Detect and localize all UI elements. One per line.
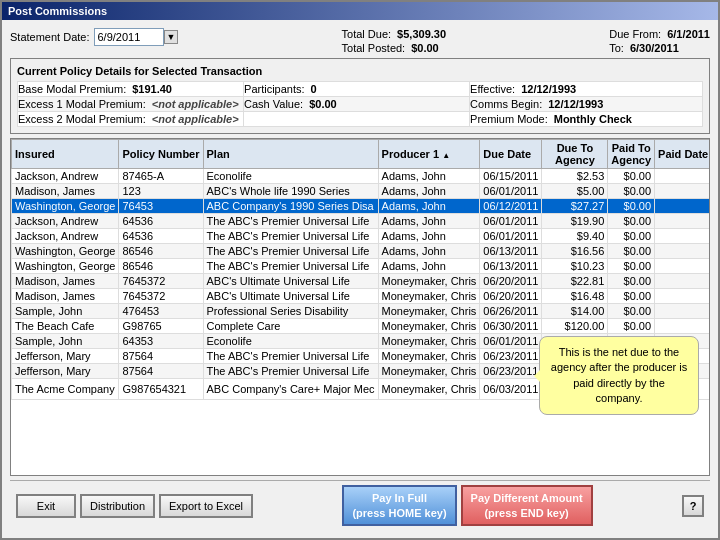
table-cell bbox=[655, 304, 710, 319]
table-row[interactable]: Washington, George86546The ABC's Premier… bbox=[12, 259, 711, 274]
due-from-label: Due From: bbox=[609, 28, 661, 40]
effective-label: Effective: bbox=[470, 83, 515, 95]
col-due-agency: Due ToAgency bbox=[542, 140, 608, 169]
table-cell: 7645372 bbox=[119, 274, 203, 289]
premium-mode-value: Monthly Check bbox=[554, 113, 632, 125]
table-cell: Washington, George bbox=[12, 244, 119, 259]
table-cell: 87564 bbox=[119, 349, 203, 364]
table-cell: Moneymaker, Chris bbox=[378, 274, 480, 289]
table-cell: $19.90 bbox=[542, 214, 608, 229]
table-cell: $2.53 bbox=[542, 169, 608, 184]
table-cell: Adams, John bbox=[378, 214, 480, 229]
table-cell: 06/13/2011 bbox=[480, 259, 542, 274]
base-modal-value: $191.40 bbox=[132, 83, 172, 95]
table-cell: Adams, John bbox=[378, 229, 480, 244]
table-cell: 06/15/2011 bbox=[480, 169, 542, 184]
tooltip-text: This is the net due to the agency after … bbox=[551, 346, 687, 404]
col-paid-agency: Paid ToAgency bbox=[608, 140, 655, 169]
excess1-label: Excess 1 Modal Premium: bbox=[18, 98, 146, 110]
table-cell: 06/03/2011 bbox=[480, 379, 542, 400]
table-row[interactable]: Jackson, Andrew64536The ABC's Premier Un… bbox=[12, 229, 711, 244]
table-cell: Econolife bbox=[203, 169, 378, 184]
col-due-date: Due Date bbox=[480, 140, 542, 169]
statement-date-select[interactable]: ▼ bbox=[94, 28, 179, 46]
table-cell: $22.81 bbox=[542, 274, 608, 289]
table-cell: ABC's Whole life 1990 Series bbox=[203, 184, 378, 199]
table-cell: $10.23 bbox=[542, 259, 608, 274]
table-row[interactable]: Sample, John476453Professional Series Di… bbox=[12, 304, 711, 319]
table-cell: 7645372 bbox=[119, 289, 203, 304]
table-row[interactable]: Jackson, Andrew64536The ABC's Premier Un… bbox=[12, 214, 711, 229]
table-cell: Sample, John bbox=[12, 334, 119, 349]
export-button[interactable]: Export to Excel bbox=[159, 494, 253, 518]
table-cell: 86546 bbox=[119, 259, 203, 274]
total-due-value: $5,309.30 bbox=[397, 28, 446, 40]
table-cell: The Beach Cafe bbox=[12, 319, 119, 334]
table-cell: $0.00 bbox=[608, 304, 655, 319]
help-button[interactable]: ? bbox=[682, 495, 704, 517]
table-cell: Moneymaker, Chris bbox=[378, 319, 480, 334]
table-cell: Jackson, Andrew bbox=[12, 169, 119, 184]
table-cell: 06/13/2011 bbox=[480, 244, 542, 259]
to-value: 6/30/2011 bbox=[630, 42, 679, 54]
participants-value: 0 bbox=[311, 83, 317, 95]
bottom-bar: Exit Distribution Export to Excel Pay In… bbox=[10, 480, 710, 530]
table-cell: $0.00 bbox=[608, 199, 655, 214]
table-row[interactable]: Madison, James123ABC's Whole life 1990 S… bbox=[12, 184, 711, 199]
table-row[interactable]: Madison, James7645372ABC's Ultimate Univ… bbox=[12, 274, 711, 289]
table-row[interactable]: Madison, James7645372ABC's Ultimate Univ… bbox=[12, 289, 711, 304]
table-cell: The ABC's Premier Universal Life bbox=[203, 259, 378, 274]
pay-different-button[interactable]: Pay Different Amount (press END key) bbox=[461, 485, 593, 526]
table-cell: $9.40 bbox=[542, 229, 608, 244]
table-row[interactable]: Jackson, Andrew87465-AEconolifeAdams, Jo… bbox=[12, 169, 711, 184]
table-cell bbox=[655, 229, 710, 244]
table-cell bbox=[655, 169, 710, 184]
table-cell: Adams, John bbox=[378, 199, 480, 214]
window-title: Post Commissions bbox=[8, 5, 107, 17]
table-row[interactable]: Washington, George76453ABC Company's 199… bbox=[12, 199, 711, 214]
cash-value-value: $0.00 bbox=[309, 98, 337, 110]
excess1-value: <not applicable> bbox=[152, 98, 239, 110]
table-cell: The ABC's Premier Universal Life bbox=[203, 229, 378, 244]
table-cell: G98765 bbox=[119, 319, 203, 334]
table-cell bbox=[655, 244, 710, 259]
statement-date-row: Statement Date: ▼ bbox=[10, 28, 178, 46]
table-cell: Moneymaker, Chris bbox=[378, 334, 480, 349]
table-cell: $0.00 bbox=[608, 244, 655, 259]
main-window: Post Commissions Statement Date: ▼ Total… bbox=[0, 0, 720, 540]
policy-details-title: Current Policy Details for Selected Tran… bbox=[17, 65, 703, 77]
table-cell: 06/01/2011 bbox=[480, 334, 542, 349]
table-cell: $120.00 bbox=[542, 319, 608, 334]
cash-value-label: Cash Value: bbox=[244, 98, 303, 110]
title-bar: Post Commissions bbox=[2, 2, 718, 20]
table-cell: ABC's Ultimate Universal Life bbox=[203, 289, 378, 304]
table-cell: 06/01/2011 bbox=[480, 214, 542, 229]
due-from-value: 6/1/2011 bbox=[667, 28, 710, 40]
policy-details-section: Current Policy Details for Selected Tran… bbox=[10, 58, 710, 134]
table-cell: $0.00 bbox=[608, 184, 655, 199]
distribution-button[interactable]: Distribution bbox=[80, 494, 155, 518]
commissions-table-container: Insured Policy Number Plan Producer 1 ▲ … bbox=[10, 138, 710, 476]
table-cell bbox=[655, 274, 710, 289]
table-cell: 06/20/2011 bbox=[480, 289, 542, 304]
table-row[interactable]: The Beach CafeG98765Complete CareMoneyma… bbox=[12, 319, 711, 334]
table-cell: Adams, John bbox=[378, 169, 480, 184]
table-cell: 06/23/2011 bbox=[480, 349, 542, 364]
table-cell: Moneymaker, Chris bbox=[378, 364, 480, 379]
table-cell: $14.00 bbox=[542, 304, 608, 319]
exit-button[interactable]: Exit bbox=[16, 494, 76, 518]
excess2-label: Excess 2 Modal Premium: bbox=[18, 113, 146, 125]
table-row[interactable]: Washington, George86546The ABC's Premier… bbox=[12, 244, 711, 259]
table-cell: Jackson, Andrew bbox=[12, 214, 119, 229]
statement-date-input[interactable] bbox=[94, 28, 164, 46]
table-cell: 06/01/2011 bbox=[480, 229, 542, 244]
date-dropdown-arrow[interactable]: ▼ bbox=[164, 30, 179, 44]
total-due-label: Total Due: bbox=[342, 28, 392, 40]
table-cell: 06/26/2011 bbox=[480, 304, 542, 319]
table-cell: 06/30/2011 bbox=[480, 319, 542, 334]
pay-full-button[interactable]: Pay In Full (press HOME key) bbox=[342, 485, 456, 526]
table-cell: 76453 bbox=[119, 199, 203, 214]
table-cell: Econolife bbox=[203, 334, 378, 349]
total-posted-value: $0.00 bbox=[411, 42, 439, 54]
table-cell: Adams, John bbox=[378, 184, 480, 199]
